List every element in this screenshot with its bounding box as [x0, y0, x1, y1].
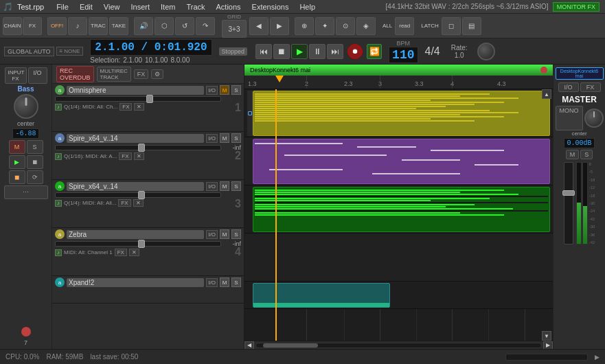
arrange-track[interactable]: [244, 282, 553, 309]
monitor-fx-button[interactable]: MONITOR FX: [553, 2, 600, 12]
track-fader[interactable]: [55, 241, 221, 247]
track-extra-btn[interactable]: ✕: [134, 103, 144, 111]
h-scroll-thumb[interactable]: [263, 343, 318, 348]
scroll-right-btn[interactable]: ▶: [543, 341, 553, 350]
solo-btn[interactable]: S: [27, 140, 43, 154]
grid-btn[interactable]: 3+3: [222, 20, 247, 38]
clip[interactable]: [253, 91, 550, 136]
menu-item[interactable]: Item: [155, 1, 181, 12]
play-icon-btn[interactable]: ▶: [9, 155, 25, 169]
scroll-left-btn[interactable]: ◀: [244, 341, 254, 350]
io-button[interactable]: I/O: [28, 67, 47, 84]
menu-actions[interactable]: Actions: [211, 1, 247, 12]
rate-knob[interactable]: [477, 43, 495, 60]
loop-button[interactable]: 🔁: [367, 44, 382, 59]
track-mute-btn[interactable]: M: [220, 229, 229, 239]
goto-start-btn[interactable]: ⏮: [255, 44, 272, 59]
menu-extensions[interactable]: Extensions: [247, 1, 295, 12]
pan-knob[interactable]: [14, 94, 38, 119]
edit-btn[interactable]: ✦: [315, 17, 334, 35]
trim-btn[interactable]: ▤: [462, 17, 481, 35]
track-mute-btn[interactable]: M: [220, 277, 229, 287]
master-s-btn[interactable]: S: [580, 150, 593, 159]
arrange-track[interactable]: [244, 89, 553, 137]
h-scroll-track[interactable]: [255, 343, 542, 348]
menu-insert[interactable]: Insert: [126, 1, 156, 12]
record-indicator[interactable]: [21, 327, 31, 337]
arrange-tracks[interactable]: ▲ ▼: [244, 89, 553, 341]
menu-file[interactable]: File: [51, 1, 74, 12]
track-name[interactable]: Omnisphere: [67, 86, 204, 95]
audio-btn[interactable]: 🔊: [134, 17, 153, 35]
track-solo-btn[interactable]: S: [231, 181, 241, 191]
time-signature[interactable]: 4/4: [422, 45, 443, 58]
track-fx-btn[interactable]: FX: [118, 199, 130, 207]
master-fx-btn[interactable]: FX: [580, 82, 601, 92]
green-bar-indicator[interactable]: [540, 67, 547, 73]
fx-chain-btn[interactable]: FX: [134, 69, 149, 79]
track-fader[interactable]: [55, 96, 221, 102]
multirec-track-btn[interactable]: MULTIRECTRACK: [97, 67, 131, 82]
record-button[interactable]: ⏺: [347, 44, 363, 59]
track-fader[interactable]: [55, 192, 221, 198]
track-solo-btn[interactable]: S: [231, 85, 241, 95]
loop-icon-btn[interactable]: ⟳: [27, 170, 43, 184]
fx-btn[interactable]: FX: [23, 17, 42, 35]
track-extra-btn[interactable]: ✕: [134, 152, 144, 160]
bpm-display[interactable]: 110: [389, 47, 418, 63]
master-fader[interactable]: [564, 162, 573, 244]
snap-btn[interactable]: ◈: [356, 17, 376, 35]
menu-track[interactable]: Track: [181, 1, 210, 12]
track-mute-btn[interactable]: M: [220, 85, 229, 95]
mute-btn[interactable]: M: [9, 140, 25, 154]
read-btn[interactable]: read: [395, 17, 414, 35]
menu-help[interactable]: Help: [294, 1, 321, 12]
track-name[interactable]: Spire_x64_v..14: [67, 182, 204, 191]
track-io[interactable]: I/O: [206, 182, 218, 191]
clip[interactable]: [253, 283, 390, 308]
track-solo-btn[interactable]: S: [231, 277, 241, 287]
track-solo-btn[interactable]: S: [231, 229, 241, 239]
redo-btn[interactable]: ↷: [196, 17, 215, 35]
track-name[interactable]: Xpand!2: [67, 278, 204, 287]
scroll-down-btn[interactable]: ▼: [542, 331, 551, 341]
track-extra-btn[interactable]: ✕: [129, 249, 139, 256]
clip[interactable]: [253, 187, 550, 232]
track-name[interactable]: Zebra: [67, 230, 204, 239]
progress-bar[interactable]: [505, 354, 588, 361]
arrange-track[interactable]: [244, 137, 553, 185]
off-btn[interactable]: OFF!: [47, 17, 67, 35]
track-fx-btn[interactable]: FX: [119, 152, 131, 160]
goto-end-btn[interactable]: ⏭: [327, 44, 343, 59]
track-io[interactable]: I/O: [206, 86, 218, 95]
arrange-track[interactable]: [244, 185, 553, 234]
take-btn[interactable]: TAKE: [109, 17, 128, 35]
master-io-btn[interactable]: I/O: [558, 82, 579, 92]
h-scrollbar[interactable]: ◀ ▶: [244, 341, 553, 349]
clip[interactable]: [253, 139, 550, 184]
pause-btn[interactable]: ⏸: [309, 44, 326, 59]
back-btn[interactable]: ◀: [249, 17, 269, 35]
master-m-btn[interactable]: M: [566, 150, 580, 159]
env-btn[interactable]: ⬡: [155, 17, 174, 35]
undo-btn[interactable]: ↺: [175, 17, 194, 35]
chain-btn[interactable]: CHAIN: [3, 17, 22, 35]
latch-btn[interactable]: ◻: [442, 17, 461, 35]
track-mute-btn[interactable]: M: [220, 133, 229, 143]
mono-btn[interactable]: MONO: [556, 106, 583, 130]
razor-btn[interactable]: ⊙: [336, 17, 355, 35]
trac-btn[interactable]: TRAC: [89, 17, 108, 35]
track-fx-btn[interactable]: FX: [115, 249, 127, 256]
scroll-up-btn[interactable]: ▲: [542, 89, 551, 99]
fwd-btn[interactable]: ▶: [270, 17, 289, 35]
stop-btn[interactable]: ⏹: [273, 44, 290, 59]
play-btn[interactable]: ▶: [291, 44, 308, 59]
track-name[interactable]: Spire_x64_v..14: [67, 134, 204, 143]
master-pan-knob[interactable]: [584, 109, 604, 128]
menu-view[interactable]: View: [98, 1, 126, 12]
track-io[interactable]: I/O: [206, 134, 218, 143]
settings-btn[interactable]: ⋯: [4, 185, 48, 199]
rec-overdub-btn[interactable]: RECOVERDUB: [56, 66, 94, 82]
track-fader[interactable]: [55, 145, 221, 150]
rec-icon-btn[interactable]: ◼: [9, 170, 25, 184]
